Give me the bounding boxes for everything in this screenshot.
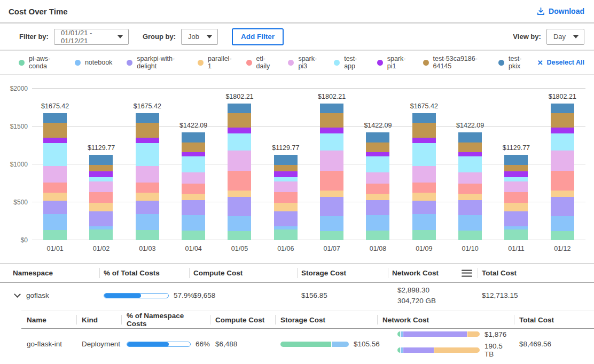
bar-segment-etl-daily[interactable]: [458, 184, 482, 194]
legend-item-parallel-1[interactable]: parallel-1: [198, 55, 231, 70]
bar-segment-pi-aws-conda[interactable]: [320, 231, 343, 240]
bar-segment-spark-pi3[interactable]: [504, 181, 528, 193]
bar-segment-pi-aws-conda[interactable]: [551, 231, 574, 240]
bar-segment-test-app[interactable]: [320, 133, 343, 151]
bar-segment-test-app[interactable]: [366, 156, 389, 172]
bar-segment-pi-aws-conda[interactable]: [228, 231, 251, 240]
column-header-network[interactable]: Network Cost: [377, 311, 514, 328]
bar-segment-notebook[interactable]: [228, 216, 251, 231]
table-row-go-flask-int[interactable]: go-flask-int Deployment 66% $6,488 $105.…: [21, 329, 594, 359]
column-header-pct-namespace[interactable]: % of Namespace Costs: [121, 311, 210, 328]
stacked-bar-01/11[interactable]: [504, 155, 528, 240]
bar-segment-spark-pi1[interactable]: [182, 152, 205, 156]
column-header-name[interactable]: Name: [21, 311, 76, 328]
bar-segment-parallel-1[interactable]: [274, 203, 298, 211]
bar-segment-pi-aws-conda[interactable]: [412, 230, 436, 240]
bar-segment-parallel-1[interactable]: [43, 193, 67, 201]
bar-segment-test-pkix[interactable]: [412, 113, 436, 123]
bar-segment-etl-daily[interactable]: [412, 183, 436, 193]
legend-item-test-app[interactable]: test-app: [334, 55, 363, 70]
bar-segment-sparkpi-with-delight[interactable]: [551, 197, 574, 216]
stacked-bar-01/06[interactable]: [274, 155, 298, 240]
legend-item-test-pkix[interactable]: test-pkix: [498, 55, 528, 70]
column-header-storage[interactable]: Storage Cost: [275, 311, 377, 328]
bar-segment-parallel-1[interactable]: [182, 194, 205, 200]
bar-segment-parallel-1[interactable]: [320, 191, 343, 197]
bar-segment-test-pkix[interactable]: [458, 132, 482, 143]
legend-item-sparkpi-with-delight[interactable]: sparkpi-with-delight: [127, 55, 183, 70]
bar-segment-parallel-1[interactable]: [504, 203, 528, 211]
bar-segment-spark-pi1[interactable]: [43, 138, 67, 143]
bar-segment-etl-daily[interactable]: [504, 192, 528, 203]
stacked-bar-01/02[interactable]: [89, 155, 113, 240]
bar-segment-pi-aws-conda[interactable]: [182, 231, 205, 240]
bar-segment-spark-pi3[interactable]: [274, 181, 298, 193]
bar-segment-etl-daily[interactable]: [136, 183, 159, 193]
bar-segment-pi-aws-conda[interactable]: [366, 231, 389, 240]
bar-segment-test-app[interactable]: [182, 156, 205, 172]
bar-segment-sparkpi-with-delight[interactable]: [504, 211, 528, 226]
bar-segment-spark-pi1[interactable]: [458, 152, 482, 156]
bar-segment-test-app[interactable]: [136, 143, 159, 166]
bar-segment-test-app[interactable]: [412, 143, 436, 166]
column-header-total[interactable]: Total Cost: [514, 311, 594, 328]
bar-segment-spark-pi3[interactable]: [412, 166, 436, 183]
bar-segment-notebook[interactable]: [43, 214, 67, 230]
bar-segment-etl-daily[interactable]: [228, 171, 251, 191]
bar-segment-notebook[interactable]: [320, 216, 343, 231]
stacked-bar-01/04[interactable]: [182, 132, 205, 240]
bar-segment-pi-aws-conda[interactable]: [136, 230, 159, 240]
stacked-bar-01/05[interactable]: [228, 104, 251, 240]
bar-segment-notebook[interactable]: [458, 215, 482, 231]
column-header-compute[interactable]: Compute Cost: [210, 311, 275, 328]
bar-segment-etl-daily[interactable]: [366, 184, 389, 194]
bar-segment-test-53ca9186-64145[interactable]: [182, 143, 205, 152]
bar-segment-test-pkix[interactable]: [136, 113, 159, 123]
bar-segment-spark-pi3[interactable]: [182, 172, 205, 184]
bar-segment-pi-aws-conda[interactable]: [43, 230, 67, 240]
legend-item-test-53ca9186-64145[interactable]: test-53ca9186-64145: [423, 55, 484, 70]
bar-segment-sparkpi-with-delight[interactable]: [320, 197, 343, 216]
column-header-total[interactable]: Total Cost: [478, 264, 594, 282]
stacked-bar-01/09[interactable]: [412, 113, 436, 240]
bar-segment-test-53ca9186-64145[interactable]: [228, 113, 251, 128]
bar-segment-sparkpi-with-delight[interactable]: [458, 200, 482, 215]
legend-item-pi-aws-conda[interactable]: pi-aws-conda: [19, 55, 60, 70]
bar-segment-notebook[interactable]: [136, 214, 159, 230]
bar-segment-spark-pi1[interactable]: [366, 152, 389, 156]
bar-segment-test-53ca9186-64145[interactable]: [412, 123, 436, 138]
bar-segment-sparkpi-with-delight[interactable]: [228, 197, 251, 216]
bar-segment-test-pkix[interactable]: [228, 104, 251, 113]
bar-segment-notebook[interactable]: [366, 215, 389, 231]
bar-segment-etl-daily[interactable]: [43, 183, 67, 193]
legend-item-etl-daily[interactable]: etl-daily: [246, 55, 274, 70]
download-button[interactable]: Download: [537, 7, 584, 15]
bar-segment-parallel-1[interactable]: [458, 194, 482, 200]
bar-segment-test-53ca9186-64145[interactable]: [136, 123, 159, 138]
stacked-bar-01/07[interactable]: [320, 104, 343, 240]
bar-segment-spark-pi3[interactable]: [228, 151, 251, 171]
stacked-bar-01/03[interactable]: [136, 113, 159, 240]
date-range-dropdown[interactable]: 01/01/21 - 01/12/21: [54, 29, 129, 45]
table-row-goflask[interactable]: goflask 57.9% $9,658 $156.85 $2,898.30 3…: [0, 283, 594, 308]
bar-segment-test-pkix[interactable]: [366, 132, 389, 143]
bar-segment-etl-daily[interactable]: [551, 171, 574, 191]
bar-segment-spark-pi1[interactable]: [504, 171, 528, 177]
column-header-storage[interactable]: Storage Cost: [297, 264, 388, 282]
bar-segment-test-app[interactable]: [89, 177, 113, 181]
legend-item-spark-pi1[interactable]: spark-pi1: [377, 55, 409, 70]
bar-segment-parallel-1[interactable]: [412, 193, 436, 201]
bar-segment-spark-pi1[interactable]: [136, 138, 159, 143]
column-header-kind[interactable]: Kind: [76, 311, 121, 328]
legend-item-notebook[interactable]: notebook: [75, 59, 112, 66]
bar-segment-spark-pi3[interactable]: [89, 181, 113, 193]
bar-segment-test-53ca9186-64145[interactable]: [504, 165, 528, 172]
bar-segment-test-app[interactable]: [228, 133, 251, 151]
add-filter-button[interactable]: Add Filter: [232, 28, 284, 45]
column-menu-icon[interactable]: [462, 270, 472, 276]
bar-segment-sparkpi-with-delight[interactable]: [43, 201, 67, 214]
bar-segment-test-app[interactable]: [551, 133, 574, 151]
bar-segment-spark-pi3[interactable]: [43, 166, 67, 183]
bar-segment-pi-aws-conda[interactable]: [89, 230, 113, 240]
bar-segment-etl-daily[interactable]: [320, 171, 343, 191]
